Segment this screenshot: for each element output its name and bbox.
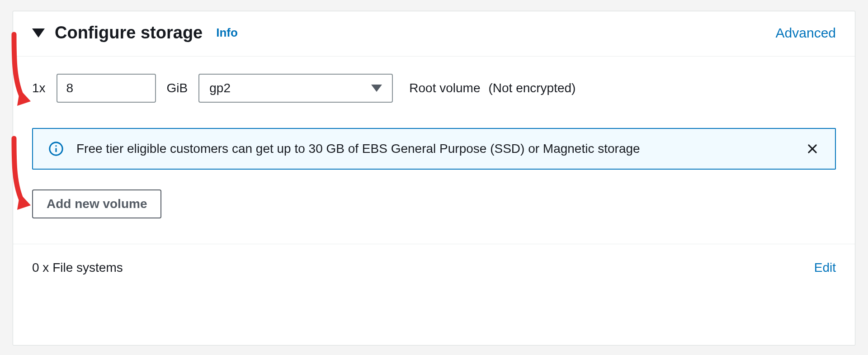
collapse-caret-icon[interactable]: [32, 28, 45, 38]
root-volume-row: 1x GiB gp2 Root volume (Not encrypted): [32, 74, 836, 103]
volume-type-value: gp2: [209, 81, 231, 95]
edit-file-systems-link[interactable]: Edit: [814, 260, 836, 275]
volume-size-input[interactable]: [57, 74, 156, 103]
info-banner-content: Free tier eligible customers can get up …: [48, 141, 640, 157]
close-banner-button[interactable]: [805, 142, 820, 156]
file-systems-summary: 0 x File systems: [32, 260, 123, 275]
panel-header: Configure storage Info Advanced: [13, 11, 855, 57]
info-banner-text: Free tier eligible customers can get up …: [76, 141, 640, 157]
free-tier-info-banner: Free tier eligible customers can get up …: [32, 128, 836, 170]
info-icon: [48, 141, 64, 156]
volume-name-label: Root volume: [409, 81, 480, 95]
volume-quantity-label: 1x: [32, 81, 46, 95]
file-systems-row: 0 x File systems Edit: [13, 244, 855, 291]
panel-title: Configure storage: [55, 23, 203, 43]
volume-description: Root volume (Not encrypted): [409, 81, 576, 95]
chevron-down-icon: [371, 85, 382, 92]
svg-point-2: [55, 145, 57, 147]
panel-header-left: Configure storage Info: [32, 23, 238, 43]
advanced-link[interactable]: Advanced: [776, 25, 836, 41]
info-link[interactable]: Info: [216, 26, 238, 40]
panel-body: 1x GiB gp2 Root volume (Not encrypted): [13, 57, 855, 218]
volume-encryption-label: (Not encrypted): [488, 81, 576, 95]
volume-type-select[interactable]: gp2: [198, 74, 393, 103]
configure-storage-panel: Configure storage Info Advanced 1x GiB g…: [13, 11, 855, 346]
add-new-volume-button[interactable]: Add new volume: [32, 189, 161, 218]
